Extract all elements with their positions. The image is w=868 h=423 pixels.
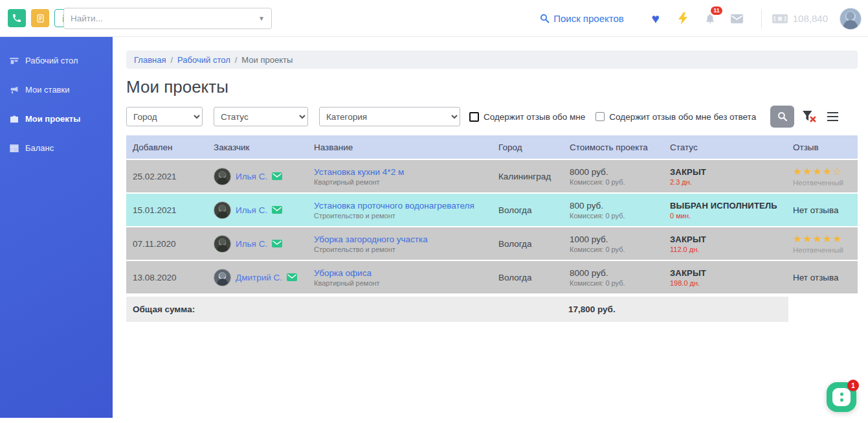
chat-bot-icon xyxy=(832,388,851,406)
table-row[interactable]: 13.08.2020 Дмитрий С. Уборка офиса Кварт… xyxy=(126,261,858,293)
global-search-combo[interactable]: ▼ xyxy=(63,8,272,29)
cell-client: Дмитрий С. xyxy=(207,269,307,286)
checkbox-review-group[interactable]: Содержит отзыв обо мне xyxy=(469,112,585,122)
logo-group: i xyxy=(8,9,72,27)
client-avatar[interactable] xyxy=(214,235,231,253)
breadcrumb-dashboard[interactable]: Рабочий стол xyxy=(177,55,230,65)
city-select[interactable]: Город xyxy=(126,107,203,126)
cell-date: 13.08.2020 xyxy=(126,273,207,282)
total-label: Общая сумма: xyxy=(133,304,195,314)
sidebar-item-bids[interactable]: Мои ставки xyxy=(0,75,113,104)
phone-icon[interactable] xyxy=(8,9,26,27)
client-avatar[interactable] xyxy=(214,269,231,286)
table-row[interactable]: 15.01.2021 Илья С. Установка проточного … xyxy=(126,194,858,226)
filter-x-icon xyxy=(802,110,816,123)
messages-button[interactable] xyxy=(724,14,751,23)
project-category: Строительство и ремонт xyxy=(314,212,492,220)
notifications-button[interactable]: 11 xyxy=(696,12,724,25)
sidebar-item-projects[interactable]: Мои проекты xyxy=(0,104,113,133)
project-price: 8000 руб. xyxy=(570,167,663,177)
cell-price: 8000 руб. Комиссия: 0 руб. xyxy=(563,268,663,287)
star-rating: ★★★★☆ xyxy=(793,166,858,177)
column-header: Отзыв xyxy=(786,143,858,152)
status-select[interactable]: Статус xyxy=(214,107,308,126)
cell-review: ★★★★★ Неотвеченный xyxy=(786,234,858,254)
project-price: 1000 руб. xyxy=(570,234,663,244)
project-price: 800 руб. xyxy=(570,201,663,211)
breadcrumb-home[interactable]: Главная xyxy=(134,55,166,65)
envelope-icon xyxy=(731,14,743,23)
search-projects-label: Поиск проектов xyxy=(553,13,624,24)
sidebar: Рабочий стол Мои ставки Мои проекты Бала… xyxy=(0,37,113,418)
column-header: Статус xyxy=(663,143,786,152)
checkbox-review[interactable] xyxy=(469,112,479,122)
cell-project: Уборка офиса Квартирный ремонт xyxy=(307,268,492,287)
cell-city: Вологда xyxy=(492,205,563,215)
checkbox-review-unanswered[interactable] xyxy=(595,112,605,121)
message-client-icon[interactable] xyxy=(272,172,282,180)
checkbox-review-label: Содержит отзыв обо мне xyxy=(484,112,585,122)
activity-button[interactable] xyxy=(669,12,696,25)
message-client-icon[interactable] xyxy=(287,273,297,281)
cell-review: Нет отзыва xyxy=(786,273,858,282)
cell-review: Нет отзыва xyxy=(786,205,858,215)
category-select[interactable]: Категория xyxy=(319,107,460,126)
sidebar-item-label: Рабочий стол xyxy=(25,56,78,65)
chat-widget-button[interactable]: 1 xyxy=(827,382,856,412)
main-content: Главная / Рабочий стол / Мои проекты Мои… xyxy=(113,37,868,423)
search-icon xyxy=(777,111,788,122)
project-category: Квартирный ремонт xyxy=(314,178,492,186)
table-row[interactable]: 07.11.2020 Илья С. Уборка загородного уч… xyxy=(126,227,858,260)
user-avatar[interactable] xyxy=(840,8,862,30)
cell-date: 15.01.2021 xyxy=(126,205,207,215)
sidebar-item-dashboard[interactable]: Рабочий стол xyxy=(0,46,113,75)
cell-price: 8000 руб. Комиссия: 0 руб. xyxy=(563,167,663,186)
project-title-link[interactable]: Установка кухни 4*2 м xyxy=(314,167,492,177)
apply-filter-button[interactable] xyxy=(770,106,794,128)
client-name-link[interactable]: Илья С. xyxy=(236,239,267,249)
project-status: ВЫБРАН ИСПОЛНИТЕЛЬ xyxy=(670,201,786,211)
heart-icon: ♥ xyxy=(652,11,660,27)
breadcrumb-current: Мои проекты xyxy=(241,55,293,65)
cell-city: Вологда xyxy=(492,239,563,249)
column-header: Город xyxy=(492,143,563,152)
table-row[interactable]: 25.02.2021 Илья С. Установка кухни 4*2 м… xyxy=(126,160,858,192)
project-title-link[interactable]: Установка проточного водонагревателя xyxy=(314,201,492,211)
review-note: Неотвеченный xyxy=(793,246,858,254)
no-review-text: Нет отзыва xyxy=(793,205,858,215)
cell-status: ЗАКРЫТ 2.3 дн. xyxy=(663,167,786,186)
cell-date: 07.11.2020 xyxy=(126,239,207,249)
project-duration: 198.0 дн. xyxy=(670,279,786,287)
desk-icon xyxy=(9,56,19,66)
project-category: Строительство и ремонт xyxy=(314,246,492,253)
project-status: ЗАКРЫТ xyxy=(670,234,786,244)
balance-group[interactable]: 108,840 xyxy=(772,13,828,24)
clear-filter-button[interactable] xyxy=(798,107,820,126)
client-name-link[interactable]: Илья С. xyxy=(236,172,267,181)
client-name-link[interactable]: Илья С. xyxy=(236,205,267,215)
favorites-button[interactable]: ♥ xyxy=(642,11,669,27)
search-projects-link[interactable]: Поиск проектов xyxy=(540,13,624,24)
message-client-icon[interactable] xyxy=(272,206,282,214)
global-search-input[interactable] xyxy=(71,14,258,23)
cell-project: Уборка загородного участка Строительство… xyxy=(307,234,492,253)
briefcase-icon xyxy=(9,114,19,124)
checkbox-review-unanswered-group[interactable]: Содержит отзыв обо мне без ответа xyxy=(595,112,756,122)
client-avatar[interactable] xyxy=(214,168,231,185)
project-duration: 112.0 дн. xyxy=(670,246,786,253)
client-avatar[interactable] xyxy=(214,201,231,219)
checkbox-review-unanswered-label: Содержит отзыв обо мне без ответа xyxy=(609,112,756,122)
cell-city: Калининград xyxy=(492,172,563,181)
project-duration: 0 мин. xyxy=(670,212,786,220)
project-title-link[interactable]: Уборка офиса xyxy=(314,268,492,278)
column-header: Стоимость проекта xyxy=(563,143,663,152)
project-category: Квартирный ремонт xyxy=(314,279,492,287)
table-total-row: Общая сумма: 17,800 руб. xyxy=(126,297,788,322)
message-client-icon[interactable] xyxy=(272,240,282,247)
sidebar-item-balance[interactable]: Баланс xyxy=(0,133,113,163)
cell-client: Илья С. xyxy=(207,168,307,185)
document-icon[interactable] xyxy=(31,9,49,27)
project-title-link[interactable]: Уборка загородного участка xyxy=(314,234,492,244)
table-menu-button[interactable] xyxy=(823,107,842,126)
client-name-link[interactable]: Дмитрий С. xyxy=(236,273,282,282)
